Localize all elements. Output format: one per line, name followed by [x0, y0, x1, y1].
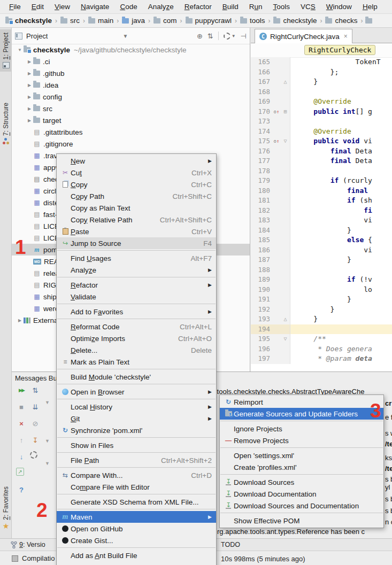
menubar-item-refactor[interactable]: Refactor: [180, 2, 217, 12]
menubar-item-analyze[interactable]: Analyze: [143, 2, 179, 12]
menubar-item-edit[interactable]: Edit: [27, 2, 49, 12]
menu-item-build-module-checkstyle[interactable]: Build Module 'checkstyle': [57, 371, 216, 383]
tree-item-src[interactable]: ▶src: [12, 103, 250, 114]
menu-item-copy[interactable]: CopyCtrl+C: [57, 179, 216, 190]
up-icon[interactable]: ↑: [16, 435, 27, 445]
menu-item-git[interactable]: Git▶: [57, 413, 216, 424]
chevron-right-icon[interactable]: ▶: [26, 83, 33, 88]
locate-icon[interactable]: ⊕: [197, 32, 203, 40]
chevron-right-icon[interactable]: ▶: [26, 106, 33, 111]
console-fold-icon[interactable]: ▼: [45, 400, 50, 405]
menu-item-reformat-code[interactable]: Reformat CodeCtrl+Alt+L: [57, 321, 216, 332]
tool-tab-project[interactable]: 1: Project: [0, 29, 12, 72]
menubar-item-view[interactable]: View: [50, 2, 75, 12]
down-icon[interactable]: ↓: [16, 451, 27, 462]
import-icon[interactable]: ↧: [30, 435, 41, 445]
chevron-right-icon[interactable]: ▶: [26, 71, 33, 76]
submenu-item-open-settings-xml[interactable]: Open 'settings.xml': [220, 450, 383, 461]
console-fold-icon[interactable]: ▼: [45, 438, 50, 444]
version-control-button[interactable]: 9: Versio: [11, 541, 45, 548]
menu-item-compare-file-with-editor[interactable]: Compare File with Editor: [57, 481, 216, 493]
rerun-icon[interactable]: ▶▶: [16, 385, 27, 396]
breadcrumb-pill[interactable]: RightCurlyCheck: [304, 45, 375, 55]
submenu-item-generate-sources-and-update-folders[interactable]: Generate Sources and Update Folders: [220, 408, 383, 420]
tree-item-idea[interactable]: ▶.idea: [12, 79, 250, 91]
menu-item-jump-to-source[interactable]: ↪Jump to SourceF4: [57, 237, 216, 249]
menu-item-delete[interactable]: Delete...Delete: [57, 344, 216, 356]
menu-item-open-in-browser[interactable]: Open in Browser▶: [57, 386, 216, 398]
menu-item-local-history[interactable]: Local History▶: [57, 401, 216, 413]
submenu-item-download-documentation[interactable]: ↧Download Documentation: [220, 488, 383, 500]
breadcrumb-main[interactable]: main: [87, 17, 114, 25]
menu-item-add-as-ant-build-file[interactable]: Add as Ant Build File: [57, 549, 216, 561]
submenu-item-download-sources-and-documentation[interactable]: ↧Download Sources and Documentation: [220, 500, 383, 512]
menu-item-copy-path[interactable]: Copy PathCtrl+Shift+C: [57, 190, 216, 202]
gear-icon[interactable]: ▼: [224, 33, 236, 40]
menubar-item-build[interactable]: Build: [218, 2, 243, 12]
fold-up-icon[interactable]: △: [281, 77, 290, 87]
expand-icon[interactable]: ⇅: [30, 385, 41, 396]
menu-item-validate[interactable]: Validate: [57, 291, 216, 303]
chevron-right-icon[interactable]: ▶: [26, 118, 33, 123]
chevron-right-icon[interactable]: ▶: [26, 95, 33, 99]
breadcrumb-com[interactable]: com: [152, 17, 178, 25]
menu-item-show-in-files[interactable]: Show in Files: [57, 439, 216, 451]
tree-item-github[interactable]: ▶.github: [12, 67, 250, 79]
menu-item-mark-as-plain-text[interactable]: ≡Mark as Plain Text: [57, 356, 216, 368]
submenu-item-ignore-projects[interactable]: Ignore Projects: [220, 423, 383, 435]
menu-item-copy-relative-path[interactable]: Copy Relative PathCtrl+Alt+Shift+C: [57, 214, 216, 226]
fold-open-icon[interactable]: ▽: [281, 334, 290, 344]
breadcrumb-puppycrawl[interactable]: puppycrawl: [185, 17, 233, 25]
tree-item-gitattributes[interactable]: ▤.gitattributes: [12, 126, 250, 138]
menu-item-open-on-github[interactable]: Open on GitHub: [57, 523, 216, 535]
menu-item-compare-with[interactable]: ⇆Compare With...Ctrl+D: [57, 469, 216, 481]
settings-icon[interactable]: [30, 451, 37, 459]
menu-item-maven[interactable]: mMaven▶: [57, 511, 216, 523]
submenu-item-remove-projects[interactable]: —Remove Projects: [220, 435, 383, 446]
breadcrumb-tools[interactable]: tools: [239, 17, 266, 25]
menu-item-new[interactable]: New▶: [57, 155, 216, 167]
submenu-item-reimport[interactable]: ↻Reimport: [220, 396, 383, 408]
fold-plus-icon[interactable]: ⊞: [281, 107, 290, 117]
menubar-item-tools[interactable]: Tools: [268, 2, 295, 12]
menu-item-copy-as-plain-text[interactable]: Copy as Plain Text: [57, 202, 216, 214]
todo-button[interactable]: TODO: [221, 541, 240, 548]
menubar-item-help[interactable]: Help: [358, 2, 382, 12]
breadcrumb-java[interactable]: java: [121, 17, 146, 25]
stop-icon[interactable]: ■: [16, 401, 27, 412]
menu-item-refactor[interactable]: Refactor▶: [57, 279, 216, 291]
menubar-item-file[interactable]: File: [4, 2, 26, 12]
menu-item-synchronize-pom-xml[interactable]: ↻Synchronize 'pom.xml': [57, 424, 216, 436]
tool-tab-favorites[interactable]: 2: Favorites ★: [0, 486, 12, 530]
menu-item-analyze[interactable]: Analyze▶: [57, 264, 216, 276]
menubar-item-run[interactable]: Run: [244, 2, 267, 12]
chevron-down-icon[interactable]: ▼: [122, 33, 128, 39]
tree-item-target[interactable]: ▶target: [12, 114, 250, 126]
breadcrumb-checks[interactable]: checks: [324, 17, 358, 25]
menu-item-optimize-imports[interactable]: Optimize ImportsCtrl+Alt+O: [57, 332, 216, 344]
close-icon[interactable]: ×: [344, 33, 348, 40]
collapse-icon[interactable]: ⇊: [30, 401, 41, 412]
chevron-right-icon[interactable]: ▶: [16, 318, 24, 323]
tree-item-checkstyle[interactable]: ▼checkstyle~/java/github/checkstyle/chec…: [12, 44, 250, 56]
code-view[interactable]: 165 TokenT166 };167△ }168169 @Override17…: [251, 57, 392, 371]
console-fold-icon[interactable]: ▼: [45, 461, 50, 466]
fold-up-icon[interactable]: △: [281, 314, 290, 324]
menubar-item-window[interactable]: Window: [321, 2, 357, 12]
submenu-item-show-effective-pom[interactable]: Show Effective POM: [220, 515, 383, 527]
collapse-all-icon[interactable]: ⇅: [207, 32, 213, 40]
menu-item-add-to-favorites[interactable]: Add to Favorites▶: [57, 306, 216, 318]
hide-panel-icon[interactable]: ⊣: [241, 32, 247, 40]
help-icon[interactable]: ?: [16, 484, 27, 495]
chevron-down-icon[interactable]: ▼: [16, 48, 24, 52]
menubar-item-vcs[interactable]: VCS: [296, 2, 320, 12]
tree-item-config[interactable]: ▶config: [12, 91, 250, 103]
menu-item-find-usages[interactable]: Find UsagesAlt+F7: [57, 252, 216, 264]
breadcrumb-checkstyle[interactable]: checkstyle: [4, 17, 53, 25]
menu-item-file-path[interactable]: File PathCtrl+Alt+Shift+2: [57, 454, 216, 466]
menu-item-create-gist[interactable]: Create Gist...: [57, 535, 216, 546]
tab-rightcurlycheck-java[interactable]: C RightCurlyCheck.java ×: [255, 29, 352, 43]
overriding-method-icon[interactable]: [272, 136, 281, 146]
breadcrumb-checkstyle[interactable]: checkstyle: [272, 17, 318, 25]
menu-item-cut[interactable]: ✂CutCtrl+X: [57, 167, 216, 179]
